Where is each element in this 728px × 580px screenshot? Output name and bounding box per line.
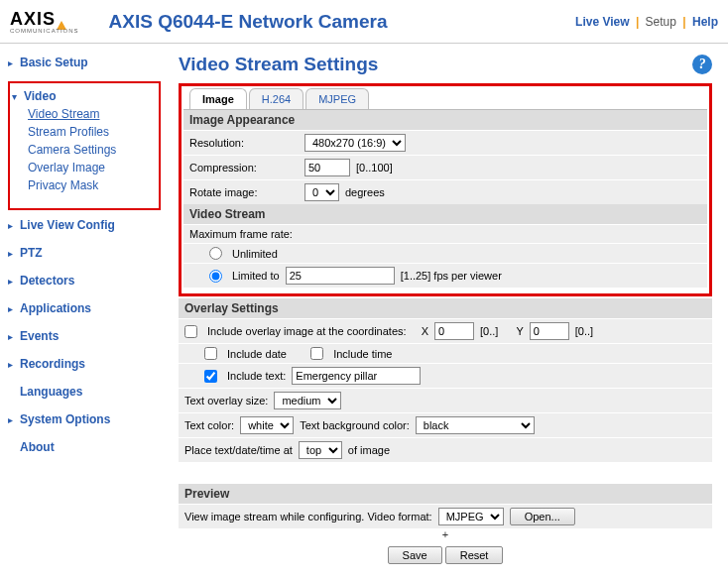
radio-limited[interactable]: [209, 270, 222, 283]
sidebar-stream-profiles[interactable]: Stream Profiles: [28, 125, 109, 139]
caret-right-icon: ▸: [8, 248, 16, 259]
tab-image[interactable]: Image: [189, 88, 247, 109]
label-preview-text: View image stream while configuring. Vid…: [184, 511, 432, 522]
check-include-time[interactable]: [310, 347, 323, 360]
overlay-text-input[interactable]: [292, 367, 421, 385]
caret-right-icon: ▸: [8, 58, 16, 68]
label-rotate: Rotate image:: [189, 186, 299, 198]
range-y: [0..]: [575, 325, 593, 337]
section-image-appearance: Image Appearance: [183, 110, 707, 130]
settings-highlight-box: Image H.264 MJPEG Image Appearance Resol…: [179, 83, 712, 296]
label-text-size: Text overlay size:: [184, 395, 268, 406]
label-limited: Limited to: [232, 270, 280, 282]
save-button[interactable]: Save: [388, 546, 442, 564]
nav-help[interactable]: Help: [692, 15, 718, 29]
overlay-y-input[interactable]: [530, 322, 569, 340]
compression-input[interactable]: [304, 159, 350, 176]
tab-h264[interactable]: H.264: [249, 88, 303, 109]
sidebar-ptz[interactable]: PTZ: [20, 246, 43, 260]
sidebar-overlay-image[interactable]: Overlay Image: [28, 161, 105, 174]
label-unlimited: Unlimited: [232, 248, 278, 260]
sidebar-privacy-mask[interactable]: Privacy Mask: [28, 178, 98, 192]
sidebar-applications[interactable]: Applications: [20, 301, 91, 315]
radio-unlimited[interactable]: [209, 247, 222, 260]
place-select[interactable]: top: [299, 441, 342, 459]
caret-right-icon: ▸: [8, 303, 16, 314]
open-button[interactable]: Open...: [510, 508, 575, 525]
fps-range: [1..25] fps per viewer: [401, 270, 502, 282]
rotate-select[interactable]: 0: [304, 183, 339, 201]
check-include-overlay[interactable]: [184, 325, 197, 338]
text-bg-select[interactable]: black: [416, 416, 535, 434]
text-color-select[interactable]: white: [240, 416, 294, 434]
label-compression: Compression:: [189, 162, 299, 174]
section-preview: Preview: [179, 484, 712, 504]
sidebar-about[interactable]: About: [20, 440, 55, 454]
sidebar-languages[interactable]: Languages: [20, 385, 82, 399]
sidebar: ▸Basic Setup ▾Video Video Stream Stream …: [0, 44, 169, 576]
sidebar-video[interactable]: Video: [24, 89, 56, 103]
check-include-text[interactable]: [204, 370, 217, 383]
label-y: Y: [516, 325, 523, 337]
check-include-date[interactable]: [204, 347, 217, 360]
logo-text: AXIS: [10, 9, 56, 30]
nav-setup: Setup: [646, 15, 676, 29]
sidebar-camera-settings[interactable]: Camera Settings: [28, 143, 116, 157]
caret-right-icon: ▸: [8, 359, 16, 370]
label-include-overlay: Include overlay image at the coordinates…: [207, 325, 407, 337]
label-include-time: Include time: [333, 348, 392, 360]
section-overlay-settings: Overlay Settings: [179, 298, 712, 318]
label-of-image: of image: [348, 444, 390, 456]
reset-button[interactable]: Reset: [445, 546, 504, 564]
caret-right-icon: ▸: [8, 414, 16, 425]
range-x: [0..]: [480, 325, 498, 337]
tab-mjpeg[interactable]: MJPEG: [305, 88, 369, 109]
logo: AXIS COMMUNICATIONS: [10, 9, 79, 34]
label-degrees: degrees: [345, 186, 385, 198]
nav-liveview[interactable]: Live View: [575, 15, 629, 29]
caret-right-icon: ▸: [8, 276, 16, 287]
label-resolution: Resolution:: [189, 137, 299, 149]
sidebar-video-stream[interactable]: Video Stream: [28, 107, 100, 121]
page-title: Video Stream Settings: [179, 54, 378, 75]
sidebar-system-options[interactable]: System Options: [20, 412, 110, 426]
text-size-select[interactable]: medium: [274, 392, 341, 409]
fps-input[interactable]: [286, 267, 395, 285]
compression-range: [0..100]: [356, 162, 393, 174]
sidebar-recordings[interactable]: Recordings: [20, 357, 85, 371]
caret-right-icon: ▸: [8, 331, 16, 342]
logo-subtext: COMMUNICATIONS: [10, 28, 79, 34]
label-text-bg: Text background color:: [300, 419, 410, 431]
help-icon[interactable]: ?: [692, 55, 712, 74]
sidebar-detectors[interactable]: Detectors: [20, 274, 74, 288]
top-nav: Live View | Setup | Help: [575, 15, 718, 29]
section-video-stream: Video Stream: [183, 204, 707, 224]
label-place: Place text/date/time at: [184, 444, 293, 456]
resolution-select[interactable]: 480x270 (16:9): [304, 134, 406, 152]
sidebar-events[interactable]: Events: [20, 329, 59, 343]
expand-icon[interactable]: +: [179, 528, 712, 540]
label-text-color: Text color:: [184, 419, 234, 431]
sidebar-liveview-config[interactable]: Live View Config: [20, 218, 115, 232]
label-include-text: Include text:: [227, 370, 286, 382]
label-max-fps: Maximum frame rate:: [189, 228, 293, 240]
label-x: X: [422, 325, 428, 337]
page-product-title: AXIS Q6044-E Network Camera: [109, 11, 575, 33]
blank-icon: [8, 442, 16, 453]
sidebar-highlight-box: ▾Video Video Stream Stream Profiles Came…: [8, 81, 161, 210]
blank-icon: [8, 387, 16, 398]
label-include-date: Include date: [227, 348, 287, 360]
video-format-select[interactable]: MJPEG: [438, 508, 504, 525]
overlay-x-input[interactable]: [434, 322, 474, 340]
caret-down-icon: ▾: [12, 91, 20, 102]
sidebar-basic-setup[interactable]: Basic Setup: [20, 56, 88, 69]
caret-right-icon: ▸: [8, 220, 16, 231]
